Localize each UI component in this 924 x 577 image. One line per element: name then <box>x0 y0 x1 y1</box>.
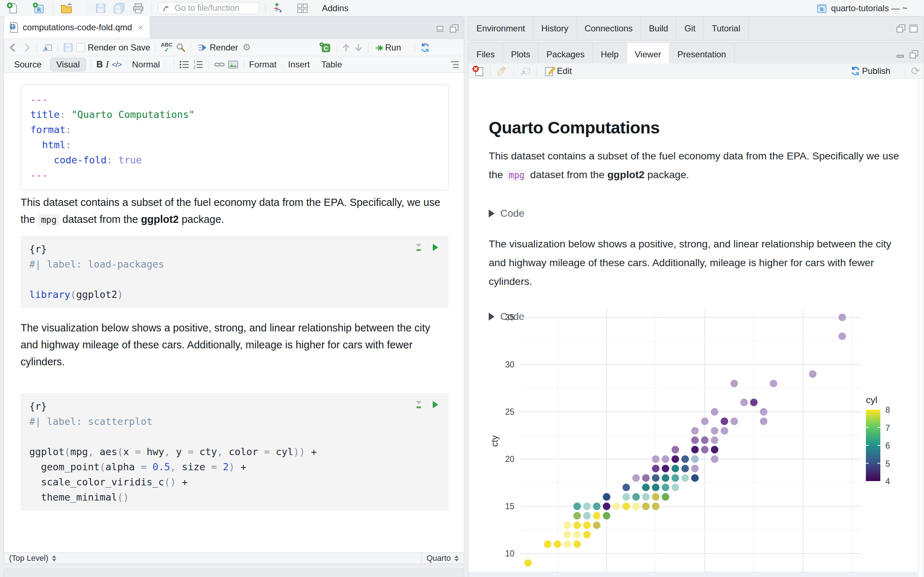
publish-button[interactable]: Publish <box>849 65 899 77</box>
restore-pane-icon[interactable] <box>909 50 919 59</box>
project-selector[interactable]: R quarto-tutorials — ~ <box>816 3 919 14</box>
bullet-list-icon[interactable] <box>179 60 190 69</box>
viewer-pane-controls <box>891 50 924 59</box>
tab-viewer[interactable]: Viewer <box>627 43 670 66</box>
tab-environment[interactable]: Environment <box>468 17 533 40</box>
outline-toggle-icon[interactable] <box>449 60 459 69</box>
fold-triangle-icon <box>489 210 494 218</box>
tab-tutorial[interactable]: Tutorial <box>704 17 749 40</box>
insert-chunk-icon[interactable]: C <box>320 42 331 53</box>
stop-viewer-icon[interactable] <box>472 65 485 77</box>
toolbar-separator <box>536 66 537 76</box>
forward-icon[interactable] <box>21 43 31 52</box>
version-control-button[interactable] <box>271 2 292 15</box>
svg-text:cyl: cyl <box>866 395 877 405</box>
new-project-button[interactable]: R <box>31 2 47 15</box>
document-format-selector[interactable]: Quarto <box>421 553 464 564</box>
restore-pane-icon[interactable] <box>896 24 906 33</box>
save-button[interactable] <box>94 2 108 15</box>
viewer-paragraph-2: The visualization below shows a positive… <box>489 234 900 291</box>
back-icon[interactable] <box>8 43 18 52</box>
tab-presentation[interactable]: Presentation <box>670 43 735 66</box>
save-all-button[interactable] <box>111 2 127 15</box>
goto-file-search[interactable]: Go to file/function <box>158 2 260 14</box>
edit-button[interactable]: Edit <box>543 64 573 77</box>
viewer-document[interactable]: Quarto Computations This dataset contain… <box>468 79 924 577</box>
viewer-scrollbar[interactable] <box>918 79 924 577</box>
source-mode-button[interactable]: Source <box>8 58 47 71</box>
go-down-icon[interactable] <box>354 43 363 52</box>
tab-help[interactable]: Help <box>593 43 627 66</box>
maximize-pane-icon[interactable] <box>449 24 459 33</box>
link-icon[interactable] <box>214 60 225 69</box>
minimize-pane-icon[interactable] <box>896 50 906 59</box>
numbered-list-icon[interactable]: 1 2 <box>193 60 204 69</box>
tab-computations-code-fold[interactable]: computations-code-fold.qmd × <box>4 16 150 39</box>
render-settings-gear-icon[interactable]: ⚙ <box>242 42 251 53</box>
toolbar-separator <box>174 59 174 70</box>
outline-scope-selector[interactable]: (Top Level) <box>4 554 421 563</box>
console-header[interactable]: Console <box>3 569 464 577</box>
maximize-pane-icon[interactable] <box>909 24 919 33</box>
tab-history[interactable]: History <box>533 17 577 40</box>
popout-window-icon[interactable] <box>42 43 53 53</box>
render-on-save-checkbox[interactable] <box>76 43 85 52</box>
bold-button[interactable]: B <box>96 59 103 69</box>
run-chunks-above-icon[interactable] <box>414 400 423 410</box>
italic-button[interactable]: I <box>106 60 109 69</box>
tab-files[interactable]: Files <box>468 43 503 66</box>
code-chunk-load-packages[interactable]: {r} #| label: load-packages library(ggpl… <box>21 236 449 308</box>
tab-connections[interactable]: Connections <box>577 17 641 40</box>
paragraph-style-dropdown[interactable]: Normal <box>132 60 168 69</box>
code-chunk-scatterplot[interactable]: {r} #| label: scatterplot ggplot(mpg, ae… <box>21 393 449 511</box>
tab-packages[interactable]: Packages <box>538 43 593 66</box>
addins-button[interactable]: Addins <box>320 3 357 14</box>
search-icon[interactable] <box>175 43 186 53</box>
code-fold-1[interactable]: Code <box>489 208 525 219</box>
new-file-button[interactable] <box>5 2 27 15</box>
render-icon <box>197 43 208 52</box>
run-button[interactable]: Run <box>373 42 410 53</box>
run-chunk-icon[interactable] <box>431 243 439 252</box>
tab-plots[interactable]: Plots <box>503 43 538 66</box>
tab-git[interactable]: Git <box>677 17 704 40</box>
table-menu[interactable]: Table <box>321 60 351 69</box>
workspace-panes-button[interactable] <box>295 2 317 15</box>
main-toolbar: R Go t <box>0 0 924 16</box>
scope-label: (Top Level) <box>9 554 48 563</box>
open-file-button[interactable] <box>59 2 82 15</box>
run-chunk-icon[interactable] <box>431 400 439 409</box>
editor-document[interactable]: --- title: "Quarto Computations" format:… <box>3 73 464 553</box>
yaml-line: title: "Quarto Computations" <box>30 107 439 122</box>
files-pane-tabs: Files Plots Packages Help Viewer Present… <box>468 43 924 66</box>
visual-mode-button[interactable]: Visual <box>50 58 86 71</box>
run-chunks-above-icon[interactable] <box>414 242 423 253</box>
tab-build[interactable]: Build <box>641 17 677 40</box>
spellcheck-button[interactable]: ABC ✓ <box>161 42 173 53</box>
rerun-source-icon[interactable] <box>420 43 430 53</box>
edit-label: Edit <box>557 66 572 76</box>
tab-close-icon[interactable]: × <box>138 22 143 33</box>
tabbar-spacer <box>735 43 892 66</box>
r-project-icon: R <box>816 3 828 14</box>
publish-icon <box>850 66 861 76</box>
minimize-pane-icon[interactable] <box>436 24 446 33</box>
image-icon[interactable] <box>228 60 239 69</box>
code-format-button[interactable]: </> <box>111 60 121 69</box>
print-button[interactable] <box>131 2 146 15</box>
popout-window-icon[interactable] <box>520 66 531 76</box>
insert-menu[interactable]: Insert <box>288 60 318 69</box>
svg-text:30: 30 <box>505 360 514 369</box>
refresh-icon[interactable]: ⟳ <box>911 64 920 77</box>
yaml-front-matter[interactable]: --- title: "Quarto Computations" format:… <box>21 84 449 190</box>
code-line: ggplot(mpg, aes(x = hwy, y = cty, color … <box>29 444 440 459</box>
toolbar-separator <box>265 3 266 14</box>
save-icon[interactable] <box>63 43 73 53</box>
go-up-icon[interactable] <box>341 43 351 52</box>
render-label: Render <box>210 43 238 53</box>
format-menu[interactable]: Format <box>249 60 285 69</box>
clear-broom-icon[interactable] <box>496 65 508 77</box>
editor-tab-bar: computations-code-fold.qmd × <box>3 16 464 39</box>
render-button[interactable]: Render <box>196 42 240 53</box>
toolbar-separator <box>155 42 155 53</box>
